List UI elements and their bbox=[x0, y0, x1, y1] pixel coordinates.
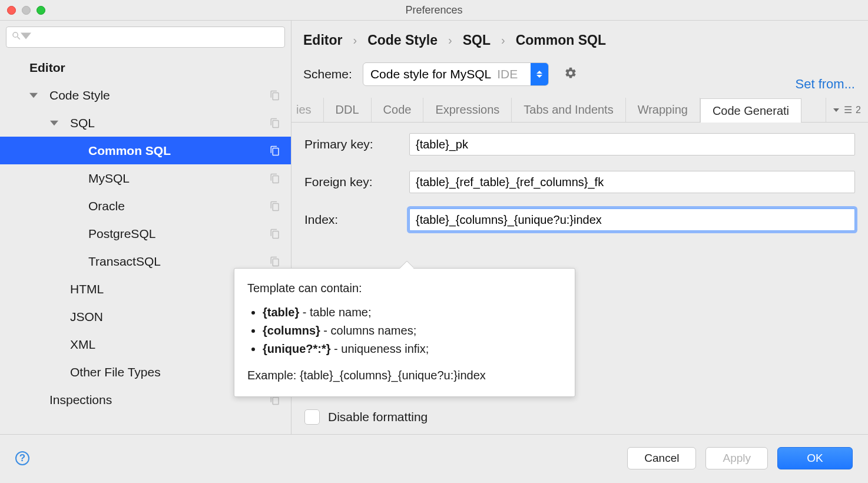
tooltip-item: {columns} - columns names; bbox=[263, 322, 562, 340]
primary-key-label: Primary key: bbox=[304, 137, 409, 151]
sidebar-item-common-sql[interactable]: Common SQL bbox=[0, 137, 291, 164]
template-tooltip: Template can contain: {table} - table na… bbox=[234, 268, 575, 397]
gear-icon[interactable] bbox=[559, 67, 577, 82]
dropdown-caret-icon[interactable] bbox=[21, 31, 31, 44]
title-bar: Preferences bbox=[0, 0, 868, 20]
tab-bar: ies DDL Code Expressions Tabs and Indent… bbox=[291, 98, 868, 123]
copy-config-icon[interactable] bbox=[270, 173, 280, 184]
foreign-key-label: Foreign key: bbox=[304, 175, 409, 189]
apply-button: Apply bbox=[705, 447, 768, 469]
search-field[interactable] bbox=[6, 27, 285, 48]
chevron-down-icon bbox=[50, 116, 64, 130]
sidebar-item-sql[interactable]: SQL bbox=[0, 109, 291, 137]
index-input[interactable] bbox=[409, 209, 855, 231]
foreign-key-input[interactable] bbox=[409, 171, 855, 193]
breadcrumb: Editor › Code Style › SQL › Common SQL bbox=[291, 21, 868, 54]
set-from-link[interactable]: Set from... bbox=[796, 77, 855, 92]
sidebar-item-postgresql[interactable]: PostgreSQL bbox=[0, 220, 291, 247]
tab-expressions[interactable]: Expressions bbox=[423, 98, 512, 122]
dialog-footer: ? Cancel Apply OK bbox=[0, 435, 868, 482]
primary-key-input[interactable] bbox=[409, 133, 855, 156]
chevron-down-icon bbox=[29, 88, 44, 102]
tab-overflow-count: 2 bbox=[856, 105, 861, 115]
breadcrumb-item[interactable]: Code Style bbox=[367, 32, 438, 48]
help-icon[interactable]: ? bbox=[15, 451, 29, 465]
copy-config-icon[interactable] bbox=[270, 118, 280, 128]
search-input[interactable] bbox=[31, 31, 280, 43]
tab-code-generation[interactable]: Code Generati bbox=[700, 98, 801, 123]
window-title: Preferences bbox=[0, 4, 868, 16]
copy-config-icon[interactable] bbox=[270, 90, 280, 101]
scheme-label: Scheme: bbox=[303, 67, 352, 81]
copy-config-icon[interactable] bbox=[270, 201, 280, 211]
breadcrumb-item[interactable]: Editor bbox=[303, 32, 342, 48]
chevron-right-icon: › bbox=[501, 34, 505, 47]
tab-tabs-and-indents[interactable]: Tabs and Indents bbox=[512, 98, 625, 122]
disable-formatting-row[interactable]: Disable formatting bbox=[291, 402, 868, 425]
tab-truncated[interactable]: ies bbox=[291, 98, 324, 122]
tab-wrapping[interactable]: Wrapping bbox=[626, 98, 700, 122]
copy-config-icon[interactable] bbox=[270, 256, 280, 267]
ok-button[interactable]: OK bbox=[777, 447, 853, 469]
breadcrumb-item: Common SQL bbox=[516, 32, 606, 48]
cancel-button[interactable]: Cancel bbox=[627, 447, 696, 469]
tab-ddl[interactable]: DDL bbox=[324, 98, 372, 122]
breadcrumb-item[interactable]: SQL bbox=[463, 32, 491, 48]
code-generation-form: Primary key: Foreign key: Index: bbox=[291, 123, 868, 238]
tooltip-item: {table} - table name; bbox=[263, 303, 562, 322]
tooltip-item: {unique?*:*} - uniqueness infix; bbox=[263, 340, 562, 358]
chevron-right-icon: › bbox=[353, 34, 357, 47]
sidebar-item-mysql[interactable]: MySQL bbox=[0, 164, 291, 192]
sidebar-item-code-style[interactable]: Code Style bbox=[0, 81, 291, 109]
tooltip-heading: Template can contain: bbox=[247, 279, 562, 297]
sidebar-item-oracle[interactable]: Oracle bbox=[0, 192, 291, 220]
scheme-tag: IDE bbox=[497, 67, 518, 81]
copy-config-icon[interactable] bbox=[270, 145, 280, 156]
stepper-icon[interactable] bbox=[531, 63, 548, 85]
sidebar-item-editor[interactable]: Editor bbox=[0, 54, 291, 81]
tooltip-example: Example: {table}_{columns}_{unique?u:}in… bbox=[247, 366, 562, 385]
disable-formatting-label: Disable formatting bbox=[328, 410, 428, 424]
hamburger-icon: ☰ bbox=[844, 104, 852, 115]
triangle-down-icon bbox=[833, 108, 839, 112]
disable-formatting-checkbox[interactable] bbox=[304, 409, 320, 425]
chevron-right-icon: › bbox=[448, 34, 452, 47]
scheme-select[interactable]: Code style for MySQL IDE bbox=[363, 62, 549, 86]
tab-overflow[interactable]: ☰ 2 bbox=[826, 98, 868, 122]
tab-code[interactable]: Code bbox=[372, 98, 424, 122]
scheme-value: Code style for MySQL bbox=[370, 67, 491, 81]
index-label: Index: bbox=[304, 213, 409, 227]
copy-config-icon[interactable] bbox=[270, 229, 280, 239]
